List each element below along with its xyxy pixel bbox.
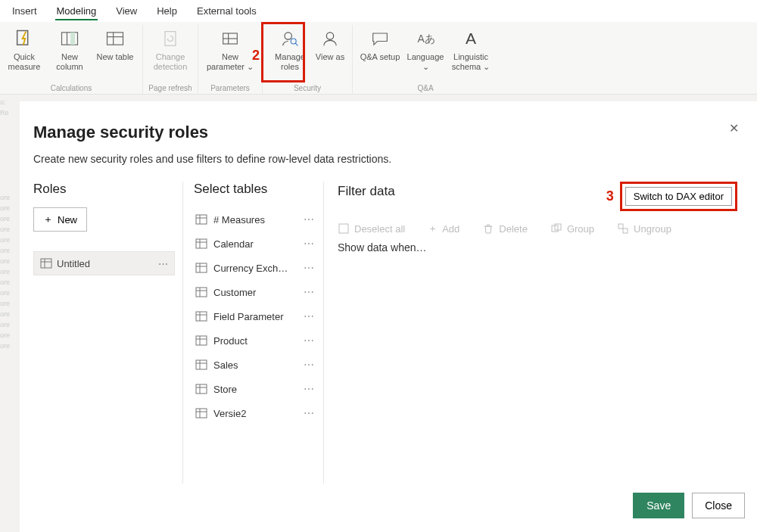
background-clip: o:Reoreoreoreoreoreoreoreoreoreoreoreore… — [0, 97, 14, 532]
ribbon-label: New table — [97, 52, 134, 62]
language-icon: Aあ — [415, 26, 436, 51]
new-parameter-button[interactable]: New parameter ⌄ — [204, 25, 256, 71]
more-icon[interactable]: ⋯ — [304, 334, 314, 347]
more-icon[interactable]: ⋯ — [304, 407, 314, 419]
annotation-number-2: 2 — [252, 48, 260, 64]
table-item[interactable]: Product⋯ — [194, 328, 316, 353]
add-filter-button: ＋Add — [428, 222, 459, 235]
more-icon[interactable]: ⋯ — [304, 213, 314, 226]
table-name: Calendar — [213, 238, 254, 250]
more-icon[interactable]: ⋯ — [304, 262, 314, 274]
language-button[interactable]: Aあ Language ⌄ — [404, 25, 447, 71]
trash-icon — [482, 222, 494, 235]
table-name: Field Parameter — [213, 311, 283, 322]
more-icon[interactable]: ⋯ — [304, 359, 314, 371]
table-name: Product — [213, 335, 248, 347]
tab-help[interactable]: Help — [155, 3, 179, 20]
table-item[interactable]: Customer⋯ — [194, 280, 316, 304]
manage-roles-button[interactable]: Manage roles — [269, 25, 311, 71]
view-as-button[interactable]: View as — [314, 25, 346, 62]
more-icon[interactable]: ⋯ — [304, 238, 314, 250]
table-column-icon — [59, 26, 80, 51]
new-table-button[interactable]: New table — [94, 25, 136, 62]
more-icon[interactable]: ⋯ — [158, 258, 168, 269]
svg-text:A: A — [466, 30, 476, 47]
table-name: Store — [213, 384, 237, 395]
parameter-icon — [220, 26, 241, 51]
manage-security-roles-dialog: ✕ Manage security roles Create new secur… — [20, 101, 757, 532]
annotation-highlight-3: Switch to DAX editor — [620, 182, 737, 211]
table-name: # Measures — [213, 214, 265, 226]
svg-rect-51 — [623, 229, 628, 233]
linguistic-schema-button[interactable]: A Linguistic schema ⌄ — [450, 25, 492, 71]
filter-heading: Filter data — [338, 184, 395, 199]
more-icon[interactable]: ⋯ — [304, 383, 314, 395]
quick-measure-button[interactable]: Quick measure — [3, 25, 45, 71]
svg-text:Aあ: Aあ — [418, 33, 435, 45]
letter-a-icon: A — [460, 26, 481, 51]
role-table-icon — [40, 257, 52, 269]
ribbon-label: Change detection — [149, 52, 192, 71]
deselect-icon — [338, 222, 350, 235]
plus-icon: ＋ — [428, 222, 438, 235]
role-name: Untitled — [57, 258, 90, 269]
role-item-untitled[interactable]: Untitled ⋯ — [33, 251, 175, 275]
tables-heading: Select tables — [194, 182, 316, 197]
more-icon[interactable]: ⋯ — [304, 310, 314, 322]
change-detection-button: Change detection — [149, 25, 192, 71]
refresh-page-icon — [160, 26, 181, 51]
person-icon — [319, 26, 341, 51]
ungroup-icon — [617, 222, 629, 235]
ribbon-group-label: Security — [263, 84, 352, 92]
ribbon-label: New column — [48, 52, 91, 71]
close-icon[interactable]: ✕ — [729, 121, 739, 135]
plus-icon: ＋ — [43, 213, 53, 226]
table-item[interactable]: Sales⋯ — [194, 353, 316, 377]
ribbon-label: Linguistic schema ⌄ — [450, 52, 492, 71]
table-item[interactable]: Field Parameter⋯ — [194, 304, 316, 328]
svg-rect-26 — [196, 263, 207, 272]
table-item[interactable]: # Measures⋯ — [194, 207, 316, 232]
tab-modeling[interactable]: Modeling — [55, 3, 98, 20]
svg-rect-44 — [196, 409, 207, 418]
table-item[interactable]: Currency Exch…⋯ — [194, 256, 316, 280]
table-item[interactable]: Calendar⋯ — [194, 232, 316, 256]
tab-view[interactable]: View — [114, 3, 139, 20]
new-button-label: New — [58, 214, 77, 226]
table-icon — [195, 383, 207, 395]
new-column-button[interactable]: New column — [48, 25, 91, 71]
switch-to-dax-button[interactable]: Switch to DAX editor — [625, 187, 732, 206]
close-button[interactable]: Close — [692, 493, 745, 518]
svg-rect-38 — [196, 360, 207, 369]
calculator-bolt-icon — [14, 26, 35, 51]
table-item[interactable]: Versie2⋯ — [194, 401, 316, 425]
table-icon — [195, 310, 207, 322]
svg-rect-29 — [196, 288, 207, 297]
table-icon — [195, 262, 207, 274]
qa-setup-button[interactable]: Q&A setup — [359, 25, 401, 62]
svg-rect-2 — [70, 33, 75, 45]
svg-point-11 — [285, 33, 291, 39]
more-icon[interactable]: ⋯ — [304, 286, 314, 298]
ribbon-label: Manage roles — [269, 52, 311, 71]
table-icon — [195, 334, 207, 347]
svg-rect-17 — [41, 259, 51, 268]
ribbon-label: Language ⌄ — [404, 52, 447, 71]
group-button: Group — [550, 222, 594, 235]
table-item[interactable]: Store⋯ — [194, 377, 316, 401]
svg-rect-4 — [107, 33, 123, 45]
table-icon — [195, 359, 207, 371]
save-button[interactable]: Save — [633, 493, 684, 518]
ribbon-group-label: Parameters — [198, 84, 262, 92]
svg-rect-7 — [165, 32, 176, 46]
tab-insert[interactable]: Insert — [11, 3, 39, 20]
ribbon-label: Quick measure — [3, 52, 45, 71]
tab-external-tools[interactable]: External tools — [195, 3, 258, 20]
table-icon — [195, 407, 207, 419]
new-role-button[interactable]: ＋ New — [33, 207, 87, 232]
table-icon — [104, 26, 126, 51]
dialog-subtitle: Create new security roles and use filter… — [33, 153, 745, 165]
svg-rect-35 — [196, 336, 207, 345]
svg-rect-41 — [196, 384, 207, 394]
delete-filter-button: Delete — [482, 222, 528, 235]
